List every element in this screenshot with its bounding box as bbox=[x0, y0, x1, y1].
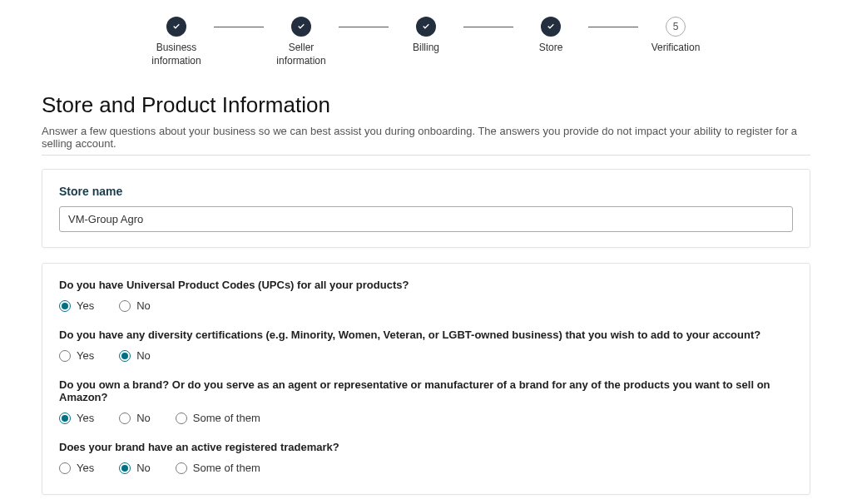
radio-label: No bbox=[136, 412, 151, 424]
question-upc: Do you have Universal Product Codes (UPC… bbox=[59, 279, 793, 312]
radio-input[interactable] bbox=[59, 462, 71, 474]
radio-group: Yes No Some of them bbox=[59, 462, 793, 474]
radio-label: No bbox=[136, 299, 151, 312]
check-icon bbox=[541, 17, 561, 37]
store-name-card: Store name bbox=[42, 169, 810, 248]
question-trademark: Does your brand have an active registere… bbox=[59, 441, 793, 474]
check-icon bbox=[291, 17, 311, 37]
step-seller-info: Seller information bbox=[264, 17, 339, 67]
radio-option-yes[interactable]: Yes bbox=[59, 462, 94, 474]
radio-input[interactable] bbox=[119, 300, 131, 312]
radio-label: Yes bbox=[77, 462, 94, 474]
radio-option-no[interactable]: No bbox=[119, 349, 151, 362]
radio-input[interactable] bbox=[119, 413, 131, 424]
step-label: Store bbox=[539, 42, 563, 55]
step-verification: 5 Verification bbox=[638, 17, 713, 55]
question-label: Do you own a brand? Or do you serve as a… bbox=[59, 378, 793, 403]
step-label: Seller information bbox=[264, 42, 339, 67]
radio-option-yes[interactable]: Yes bbox=[59, 412, 94, 424]
radio-label: No bbox=[136, 462, 151, 474]
store-name-input[interactable] bbox=[59, 206, 793, 232]
radio-group: Yes No bbox=[59, 299, 793, 312]
radio-label: Yes bbox=[77, 412, 94, 424]
radio-input[interactable] bbox=[59, 350, 71, 362]
step-label: Business information bbox=[139, 42, 214, 67]
question-label: Do you have any diversity certifications… bbox=[59, 329, 793, 341]
step-store: Store bbox=[513, 17, 588, 55]
step-connector bbox=[463, 27, 513, 27]
question-label: Do you have Universal Product Codes (UPC… bbox=[59, 279, 793, 291]
store-name-label: Store name bbox=[59, 185, 793, 198]
radio-option-some[interactable]: Some of them bbox=[176, 412, 260, 424]
radio-option-no[interactable]: No bbox=[119, 412, 151, 424]
radio-input[interactable] bbox=[119, 350, 131, 362]
step-connector bbox=[339, 27, 389, 27]
radio-group: Yes No Some of them bbox=[59, 412, 793, 424]
divider bbox=[42, 155, 810, 156]
step-connector bbox=[214, 27, 264, 27]
check-icon bbox=[416, 17, 436, 37]
radio-input[interactable] bbox=[119, 462, 131, 474]
check-icon bbox=[166, 17, 186, 37]
step-business-info: Business information bbox=[139, 17, 214, 67]
radio-label: Yes bbox=[77, 299, 94, 312]
radio-label: Yes bbox=[77, 349, 94, 362]
radio-input[interactable] bbox=[59, 413, 71, 424]
radio-input[interactable] bbox=[176, 413, 187, 424]
radio-option-yes[interactable]: Yes bbox=[59, 349, 94, 362]
radio-input[interactable] bbox=[59, 300, 71, 312]
question-label: Does your brand have an active registere… bbox=[59, 441, 793, 453]
radio-option-some[interactable]: Some of them bbox=[176, 462, 260, 474]
radio-option-yes[interactable]: Yes bbox=[59, 299, 94, 312]
radio-input[interactable] bbox=[176, 462, 187, 474]
step-label: Verification bbox=[651, 42, 701, 55]
radio-label: Some of them bbox=[193, 412, 260, 424]
radio-option-no[interactable]: No bbox=[119, 462, 151, 474]
question-diversity: Do you have any diversity certifications… bbox=[59, 329, 793, 362]
progress-stepper: Business information Seller information … bbox=[42, 17, 810, 67]
radio-label: No bbox=[136, 349, 151, 362]
page-title: Store and Product Information bbox=[42, 92, 810, 118]
questions-card: Do you have Universal Product Codes (UPC… bbox=[42, 263, 810, 495]
step-connector bbox=[588, 27, 638, 27]
radio-group: Yes No bbox=[59, 349, 793, 362]
step-label: Billing bbox=[413, 42, 439, 55]
step-billing: Billing bbox=[389, 17, 463, 55]
radio-label: Some of them bbox=[193, 462, 260, 474]
page-subtitle: Answer a few questions about your busine… bbox=[42, 125, 810, 150]
question-brand-owner: Do you own a brand? Or do you serve as a… bbox=[59, 378, 793, 424]
step-number: 5 bbox=[666, 17, 686, 37]
radio-option-no[interactable]: No bbox=[119, 299, 151, 312]
